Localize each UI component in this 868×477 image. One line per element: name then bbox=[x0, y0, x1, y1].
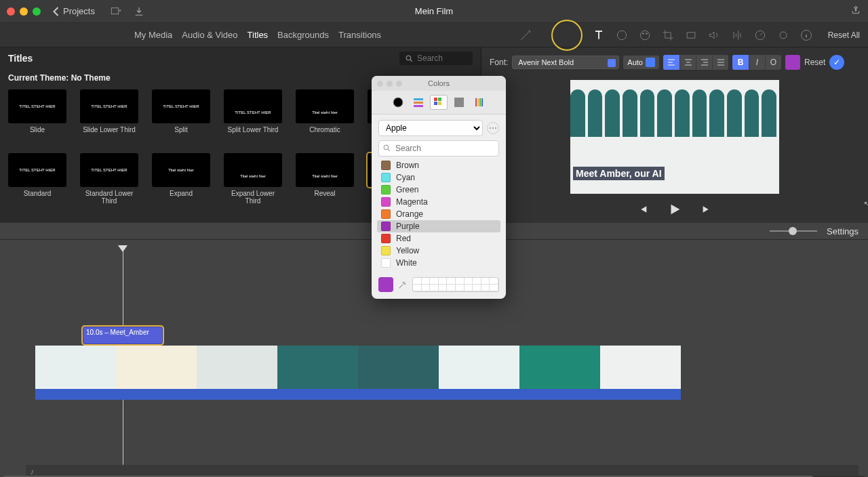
color-list: BrownCyanGreenMagentaOrangePurpleRedYell… bbox=[377, 159, 500, 269]
color-list-item[interactable]: Brown bbox=[377, 159, 500, 171]
effects-icon[interactable] bbox=[776, 28, 790, 42]
eyedropper-icon[interactable] bbox=[397, 279, 408, 290]
color-list-item[interactable]: Red bbox=[377, 232, 500, 245]
tab-audio-video[interactable]: Audio & Video bbox=[182, 30, 237, 40]
svg-rect-13 bbox=[414, 98, 423, 100]
minimize-window-dot[interactable] bbox=[20, 7, 28, 16]
font-family-select[interactable]: Avenir Next Bold bbox=[512, 56, 619, 69]
current-color-swatch[interactable] bbox=[378, 277, 393, 292]
svg-point-4 bbox=[646, 33, 648, 35]
italic-button[interactable]: I bbox=[749, 55, 765, 70]
preview-canvas[interactable]: Meet Amber, our AI bbox=[570, 80, 779, 194]
tab-transitions[interactable]: Transitions bbox=[338, 30, 381, 40]
title-thumbnail[interactable]: Titel steht hierExpand bbox=[152, 153, 210, 205]
zoom-window-dot[interactable] bbox=[33, 7, 41, 16]
title-thumbnail[interactable]: TITEL STEHT HIERSplit bbox=[152, 89, 210, 141]
timeline-title-clip[interactable]: 10.0s – Meet_Amber bbox=[83, 327, 163, 344]
browser-search[interactable] bbox=[399, 51, 473, 65]
color-search-input[interactable] bbox=[378, 140, 499, 157]
title-thumbnail[interactable]: Titel steht hierExpand Lower Third bbox=[224, 153, 282, 205]
zoom-slider[interactable] bbox=[770, 226, 817, 236]
share-button[interactable] bbox=[850, 5, 861, 18]
window-controls bbox=[7, 7, 41, 16]
color-list-item[interactable]: Cyan bbox=[377, 171, 500, 184]
popover-zoom-dot[interactable] bbox=[396, 81, 402, 87]
title-thumbnail[interactable]: Titel steht hierReveal bbox=[296, 153, 354, 205]
audio-waveform[interactable] bbox=[35, 389, 681, 400]
reset-text-button[interactable]: Reset bbox=[804, 58, 825, 67]
palette-dropdown[interactable]: Apple bbox=[378, 120, 483, 136]
stabilize-icon[interactable] bbox=[684, 28, 698, 42]
prev-frame-icon[interactable] bbox=[637, 204, 648, 215]
color-list-item[interactable]: Yellow bbox=[377, 245, 500, 257]
tab-backgrounds[interactable]: Backgrounds bbox=[277, 30, 329, 40]
magic-wand-icon[interactable] bbox=[519, 28, 532, 42]
bold-button[interactable]: B bbox=[732, 55, 749, 70]
tab-my-media[interactable]: My Media bbox=[134, 30, 172, 40]
popover-min-dot[interactable] bbox=[387, 81, 393, 87]
svg-rect-20 bbox=[454, 98, 464, 107]
equalizer-icon[interactable] bbox=[730, 28, 744, 42]
font-size-select[interactable]: Auto bbox=[623, 56, 659, 69]
color-palette-tab[interactable] bbox=[430, 95, 448, 110]
title-thumbnail[interactable]: TITEL STEHT HIERSlide Lower Third bbox=[80, 89, 138, 141]
color-list-item[interactable]: White bbox=[377, 257, 500, 269]
title-thumbnail[interactable]: TITEL STEHT HIERStandard bbox=[8, 153, 66, 205]
color-correct-icon[interactable] bbox=[615, 28, 629, 42]
title-thumbnail[interactable]: TITEL STEHT HIERStandard Lower Third bbox=[80, 153, 138, 205]
apply-button[interactable]: ✓ bbox=[829, 55, 844, 70]
text-inspector-icon[interactable] bbox=[592, 28, 606, 42]
color-mode-tabs bbox=[372, 91, 506, 115]
svg-rect-24 bbox=[481, 98, 483, 106]
projects-label: Projects bbox=[63, 6, 95, 16]
title-thumbnail[interactable]: TITEL STEHT HIERSlide bbox=[8, 89, 66, 141]
align-center-button[interactable] bbox=[679, 55, 696, 70]
back-to-projects[interactable]: Projects bbox=[53, 6, 95, 16]
info-icon[interactable] bbox=[800, 28, 813, 42]
close-window-dot[interactable] bbox=[7, 7, 15, 16]
saved-swatches-grid[interactable] bbox=[412, 277, 499, 292]
title-thumbnail[interactable]: TITEL STEHT HIERSplit Lower Third bbox=[224, 89, 282, 141]
svg-rect-19 bbox=[438, 102, 441, 105]
fullscreen-icon[interactable] bbox=[863, 201, 868, 211]
volume-icon[interactable] bbox=[707, 28, 721, 42]
play-icon[interactable] bbox=[667, 202, 682, 217]
chevron-left-icon bbox=[53, 7, 59, 16]
timeline-settings-button[interactable]: Settings bbox=[827, 226, 859, 236]
palette-gear-icon[interactable]: ⋯ bbox=[487, 122, 499, 134]
color-palette-icon[interactable] bbox=[638, 28, 652, 42]
title-thumbnail[interactable]: Titel steht hierChromatic bbox=[296, 89, 354, 141]
popover-close-dot[interactable] bbox=[377, 81, 383, 87]
svg-point-2 bbox=[640, 30, 649, 39]
preview-title-text[interactable]: Meet Amber, our AI bbox=[573, 167, 665, 180]
import-media-icon[interactable] bbox=[110, 5, 122, 18]
color-list-item[interactable]: Green bbox=[377, 184, 500, 196]
text-color-swatch[interactable] bbox=[785, 55, 800, 70]
next-frame-icon[interactable] bbox=[701, 204, 712, 215]
svg-rect-15 bbox=[414, 105, 423, 107]
browser-search-input[interactable] bbox=[417, 54, 465, 63]
font-label: Font: bbox=[490, 58, 508, 67]
color-list-item[interactable]: Magenta bbox=[377, 196, 500, 208]
library-tabs: My Media Audio & Video Titles Background… bbox=[0, 23, 868, 47]
color-wheel-tab[interactable] bbox=[389, 95, 407, 110]
color-pencils-tab[interactable] bbox=[471, 95, 488, 110]
color-spectrum-tab[interactable] bbox=[450, 95, 468, 110]
align-justify-button[interactable] bbox=[712, 55, 728, 70]
download-icon[interactable] bbox=[133, 5, 145, 18]
color-list-item[interactable]: Orange bbox=[377, 208, 500, 220]
svg-rect-21 bbox=[475, 98, 477, 106]
crop-icon[interactable] bbox=[661, 28, 675, 42]
align-right-button[interactable] bbox=[696, 55, 712, 70]
outline-button[interactable]: O bbox=[765, 55, 781, 70]
colors-footer bbox=[372, 273, 506, 299]
speed-icon[interactable] bbox=[753, 28, 767, 42]
svg-rect-17 bbox=[438, 98, 441, 101]
align-left-button[interactable] bbox=[663, 55, 679, 70]
color-list-item[interactable]: Purple bbox=[377, 220, 500, 232]
video-track[interactable] bbox=[35, 346, 681, 389]
color-sliders-tab[interactable] bbox=[410, 95, 427, 110]
dropdown-arrow-icon bbox=[646, 58, 655, 67]
reset-all-button[interactable]: Reset All bbox=[828, 30, 860, 40]
tab-titles[interactable]: Titles bbox=[248, 30, 269, 40]
